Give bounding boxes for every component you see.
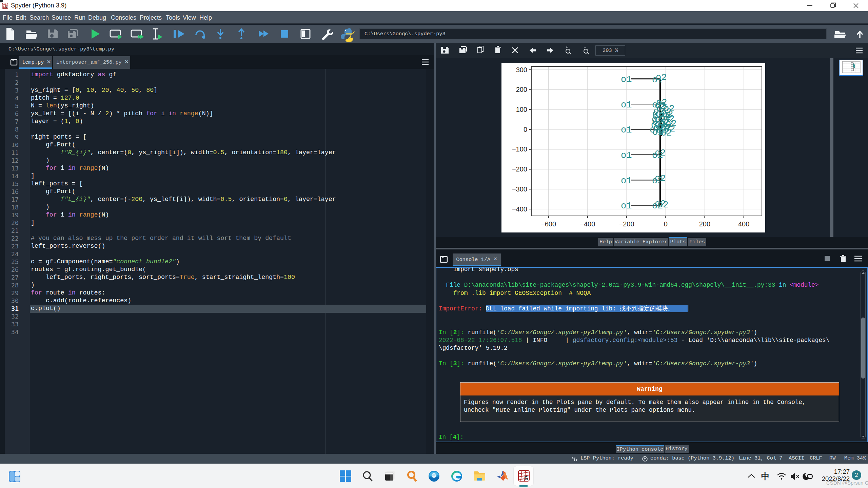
svg-text:o: o <box>652 109 658 119</box>
svg-text:−200: −200 <box>512 165 527 173</box>
svg-text:400: 400 <box>738 220 749 228</box>
svg-text:−600: −600 <box>541 220 556 228</box>
svg-text:o2: o2 <box>661 128 672 138</box>
svg-text:200: 200 <box>699 220 710 228</box>
svg-text:300: 300 <box>516 66 527 74</box>
svg-text:S: S <box>524 475 528 482</box>
svg-text:o2: o2 <box>655 174 666 184</box>
svg-text:−200: −200 <box>619 220 634 228</box>
svg-text:o1: o1 <box>621 125 632 135</box>
svg-text:o1: o1 <box>621 150 632 161</box>
svg-text:o1: o1 <box>621 201 632 211</box>
svg-text:o2: o2 <box>657 200 668 210</box>
svg-text:200: 200 <box>516 86 527 93</box>
svg-text:0: 0 <box>524 126 527 133</box>
svg-text:o2: o2 <box>656 73 667 83</box>
svg-text:0: 0 <box>664 220 668 228</box>
svg-text:S: S <box>5 5 7 8</box>
svg-text:−400: −400 <box>580 220 595 228</box>
svg-text:2: 2 <box>659 102 665 112</box>
svg-text:−300: −300 <box>512 185 527 193</box>
svg-text:2: 2 <box>666 110 671 121</box>
svg-text:−100: −100 <box>512 145 527 153</box>
svg-text:o1: o1 <box>621 176 632 186</box>
svg-text:o1: o1 <box>621 75 632 85</box>
svg-text:o2: o2 <box>655 148 666 158</box>
svg-text:−400: −400 <box>512 205 527 213</box>
svg-text:o1: o1 <box>621 100 632 110</box>
svg-text:100: 100 <box>516 106 527 113</box>
